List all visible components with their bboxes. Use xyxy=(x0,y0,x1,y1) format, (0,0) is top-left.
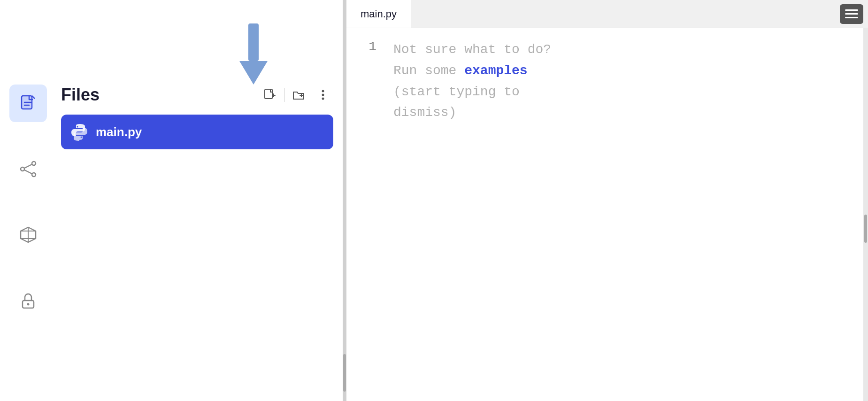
editor-scrollbar-thumb[interactable] xyxy=(864,215,867,243)
hamburger-line-2 xyxy=(845,13,858,15)
line-number-1: 1 xyxy=(354,39,376,54)
svg-line-8 xyxy=(24,170,32,174)
editor-area: main.py 1 Not sure what to do? Run some … xyxy=(346,0,868,401)
files-header: Files xyxy=(61,85,333,105)
svg-point-24 xyxy=(81,137,82,138)
placeholder-line-4: dismiss) xyxy=(393,105,456,120)
file-item-name: main.py xyxy=(96,125,313,139)
share-icon xyxy=(19,160,38,178)
mid-divider xyxy=(343,0,346,401)
editor-tab-main-py[interactable]: main.py xyxy=(346,0,411,28)
arrow-head xyxy=(239,61,268,85)
more-options-button[interactable] xyxy=(313,85,333,105)
svg-line-7 xyxy=(24,164,32,168)
header-actions xyxy=(260,85,333,105)
svg-point-21 xyxy=(322,94,324,96)
arrow-indicator xyxy=(239,23,268,85)
svg-point-23 xyxy=(77,126,78,128)
file-item-main-py[interactable]: main.py xyxy=(61,115,333,149)
file-icon xyxy=(19,94,38,113)
sidebar-item-share[interactable] xyxy=(9,150,47,188)
more-options-icon xyxy=(316,88,330,101)
line-numbers: 1 xyxy=(346,28,384,401)
svg-rect-15 xyxy=(265,89,272,99)
file-more-button[interactable] xyxy=(320,130,324,134)
arrow-shaft xyxy=(248,23,259,61)
files-panel: Files xyxy=(56,0,343,401)
svg-point-22 xyxy=(322,98,324,100)
editor-content[interactable]: 1 Not sure what to do? Run some examples… xyxy=(346,28,868,401)
lock-icon xyxy=(19,291,38,310)
scrollbar-thumb[interactable] xyxy=(343,354,346,392)
svg-point-14 xyxy=(27,303,30,306)
new-file-button[interactable] xyxy=(260,85,280,105)
examples-link[interactable]: examples xyxy=(464,63,527,78)
sidebar-item-packages[interactable] xyxy=(9,216,47,254)
header-divider xyxy=(284,88,284,102)
editor-tab-bar-right xyxy=(840,0,868,28)
python-icon xyxy=(70,123,88,141)
new-folder-icon xyxy=(292,88,305,101)
new-file-icon xyxy=(263,88,277,101)
sidebar-item-files[interactable] xyxy=(9,85,47,122)
editor-tabs: main.py xyxy=(346,0,868,28)
files-title: Files xyxy=(61,85,254,105)
hamburger-line-3 xyxy=(845,17,858,18)
sidebar-nav xyxy=(0,0,56,401)
hamburger-menu-button[interactable] xyxy=(840,4,863,24)
svg-point-6 xyxy=(32,173,36,177)
hamburger-line-1 xyxy=(845,9,858,11)
sidebar-item-secrets[interactable] xyxy=(9,282,47,319)
editor-scrollbar[interactable] xyxy=(863,28,868,401)
new-folder-button[interactable] xyxy=(288,85,309,105)
editor-placeholder: Not sure what to do? Run some examples (… xyxy=(384,28,863,401)
placeholder-line-3: (start typing to xyxy=(393,85,520,99)
cube-icon xyxy=(19,225,38,244)
svg-point-20 xyxy=(322,90,324,93)
placeholder-line-1: Not sure what to do? xyxy=(393,42,551,57)
editor-tab-label: main.py xyxy=(361,8,397,20)
placeholder-line-2: Run some xyxy=(393,63,464,78)
svg-point-5 xyxy=(32,162,36,165)
svg-point-4 xyxy=(21,167,24,171)
